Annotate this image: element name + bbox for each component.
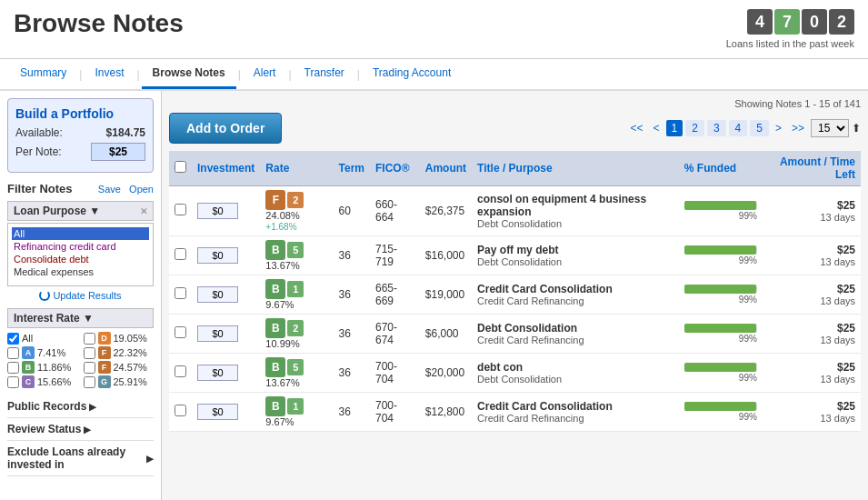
ir-c-checkbox[interactable] xyxy=(7,376,19,388)
exclude-loans-section[interactable]: Exclude Loans already invested in ▶ xyxy=(7,441,154,476)
review-status-section[interactable]: Review Status ▶ xyxy=(7,418,154,441)
col-fico[interactable]: FICO® xyxy=(370,151,420,186)
rate-pct-3: 10.99% xyxy=(265,338,327,349)
nav-summary[interactable]: Summary xyxy=(9,59,77,89)
per-note-row: Per Note: xyxy=(15,143,145,161)
row-checkbox-0[interactable] xyxy=(175,204,186,215)
add-to-order-button[interactable]: Add to Order xyxy=(169,113,282,144)
row-fico-1: 715-719 xyxy=(370,236,420,275)
loan-purpose-header[interactable]: Loan Purpose ▼ ✕ xyxy=(7,201,154,221)
row-term-4: 36 xyxy=(334,354,370,393)
row-checkbox-cell xyxy=(169,315,192,354)
sub-grade-5: 1 xyxy=(287,398,304,415)
filter-open-link[interactable]: Open xyxy=(129,184,154,195)
row-purpose-3: Credit Card Refinancing xyxy=(477,335,673,345)
count-digit-1: 7 xyxy=(774,9,800,35)
loan-purpose-option-all[interactable]: All xyxy=(12,227,149,240)
invest-input-3[interactable] xyxy=(197,325,238,342)
row-purpose-1: Debt Consolidation xyxy=(477,256,673,267)
public-records-section[interactable]: Public Records ▶ xyxy=(7,395,154,418)
nav-alert[interactable]: Alert xyxy=(243,59,287,89)
pagination-page-3[interactable]: 3 xyxy=(707,120,726,136)
pagination-page-2[interactable]: 2 xyxy=(685,120,704,136)
amount-val-2: $25 xyxy=(768,283,855,295)
nav-browse-notes[interactable]: Browse Notes xyxy=(142,59,236,89)
pagination-page-4[interactable]: 4 xyxy=(729,120,748,136)
col-term[interactable]: Term xyxy=(334,151,370,186)
loan-purpose-option-medical[interactable]: Medical expenses xyxy=(12,265,149,278)
col-investment[interactable]: Investment xyxy=(192,151,260,186)
row-funded-0: 99% xyxy=(679,186,763,236)
funded-bar-container-2: 99% xyxy=(684,285,757,305)
pagination-prev[interactable]: < xyxy=(650,120,663,136)
per-page-select[interactable]: 15 25 50 xyxy=(811,119,849,137)
nav-trading-account[interactable]: Trading Account xyxy=(362,59,462,89)
loan-purpose-close-icon[interactable]: ✕ xyxy=(140,206,147,216)
invest-input-0[interactable] xyxy=(197,203,238,219)
loan-purpose-option-consolidate[interactable]: Consolidate debt xyxy=(12,253,149,265)
interest-rate-header[interactable]: Interest Rate ▼ xyxy=(7,308,154,328)
row-checkbox-5[interactable] xyxy=(175,405,186,416)
available-label: Available: xyxy=(15,126,63,139)
ir-d-checkbox[interactable] xyxy=(84,333,95,345)
col-funded[interactable]: % Funded xyxy=(679,151,763,186)
col-amount-time[interactable]: Amount / Time Left xyxy=(763,151,861,186)
main-layout: Build a Portfolio Available: $184.75 Per… xyxy=(0,91,868,500)
row-funded-3: 99% xyxy=(679,315,763,354)
pagination-prev-prev[interactable]: << xyxy=(627,120,647,136)
row-checkbox-3[interactable] xyxy=(175,326,186,338)
ir-b-pct: 11.86% xyxy=(37,362,71,373)
invest-input-4[interactable] xyxy=(197,365,238,381)
update-results-label: Update Results xyxy=(53,290,121,301)
ir-d-pct: 19.05% xyxy=(114,333,147,344)
row-title-1: Pay off my debt Debt Consolidation xyxy=(472,236,679,275)
row-title-5: Credit Card Consolidation Credit Card Re… xyxy=(472,393,679,432)
pagination-next-next[interactable]: >> xyxy=(788,120,808,136)
per-note-input[interactable] xyxy=(91,143,145,161)
funded-bar-fill-1 xyxy=(684,245,756,255)
filter-save-link[interactable]: Save xyxy=(98,184,121,195)
row-title-4: debt con Debt Consolidation xyxy=(472,354,679,393)
rate-pct-4: 13.67% xyxy=(265,377,327,388)
ir-g-checkbox[interactable] xyxy=(84,376,95,388)
per-note-label: Per Note: xyxy=(15,145,62,158)
ir-f2-checkbox[interactable] xyxy=(84,362,95,374)
select-all-checkbox[interactable] xyxy=(175,161,186,173)
ir-all-checkbox[interactable] xyxy=(7,333,19,345)
invest-input-2[interactable] xyxy=(197,286,238,303)
row-fico-0: 660-664 xyxy=(370,186,420,236)
pagination-page-1[interactable]: 1 xyxy=(666,120,683,136)
page-header: Browse Notes 4 7 0 2 Loans listed in the… xyxy=(0,0,868,59)
update-results-btn[interactable]: Update Results xyxy=(39,290,121,301)
sub-grade-4: 5 xyxy=(287,359,304,375)
update-results: Update Results xyxy=(7,290,154,301)
pagination-page-5[interactable]: 5 xyxy=(750,120,769,136)
row-purpose-2: Credit Card Refinancing xyxy=(477,295,673,306)
row-title-2: Credit Card Consolidation Credit Card Re… xyxy=(472,275,679,315)
row-checkbox-2[interactable] xyxy=(175,287,186,299)
rate-pct-5: 9.67% xyxy=(265,416,327,427)
grade-d-badge: D xyxy=(98,332,111,345)
col-amount[interactable]: Amount xyxy=(420,151,472,186)
ir-row-all: All xyxy=(7,332,78,345)
col-rate[interactable]: Rate xyxy=(260,151,333,186)
row-title-text-4: debt con xyxy=(477,361,673,374)
invest-input-5[interactable] xyxy=(197,404,238,420)
ir-f-checkbox[interactable] xyxy=(84,347,95,359)
grade-f2-badge: F xyxy=(98,361,111,374)
row-checkbox-1[interactable] xyxy=(175,248,186,260)
row-checkbox-4[interactable] xyxy=(175,365,186,377)
pagination-next[interactable]: > xyxy=(772,120,785,136)
loan-purpose-option-refinancing[interactable]: Refinancing credit card xyxy=(12,240,149,253)
row-checkbox-cell xyxy=(169,393,192,432)
funded-bar-fill-0 xyxy=(684,201,756,210)
row-amount-0: $26,375 xyxy=(420,186,472,236)
invest-input-1[interactable] xyxy=(197,247,238,264)
nav-transfer[interactable]: Transfer xyxy=(294,59,355,89)
grade-a-badge: A xyxy=(22,346,35,359)
ir-a-checkbox[interactable] xyxy=(7,347,19,359)
ir-b-checkbox[interactable] xyxy=(7,362,19,374)
col-title-purpose[interactable]: Title / Purpose xyxy=(472,151,679,186)
time-left-4: 13 days xyxy=(768,374,855,385)
nav-invest[interactable]: Invest xyxy=(84,59,135,89)
